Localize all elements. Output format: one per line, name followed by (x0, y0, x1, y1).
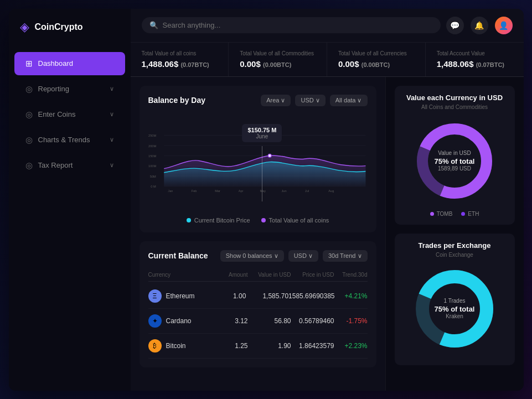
eth-value: 1,585.70 (246, 292, 288, 300)
sidebar-item-enter-coins[interactable]: ◎ Enter Coins ∨ (14, 103, 125, 126)
btc-value: 1.90 (247, 342, 291, 350)
sidebar-item-label: Charts & Trends (38, 136, 90, 144)
eth-amount: 1.00 (213, 292, 246, 300)
tax-icon: ◎ (25, 160, 33, 170)
chart-type-dropdown[interactable]: Area ∨ (261, 95, 291, 106)
table-title: Current Balance (148, 251, 208, 260)
trades-donut-wrap: 1 Trades 75% of total Kraken (402, 265, 507, 353)
eth-icon: Ξ (148, 289, 162, 303)
legend-tomb: TOMB (430, 211, 453, 217)
table-currency-btn[interactable]: USD ∨ (288, 250, 318, 262)
svg-text:50M: 50M (149, 174, 156, 178)
currency-donut-card: Value each Currency in USD All Coins and… (395, 86, 515, 225)
avatar[interactable]: 👤 (495, 17, 513, 34)
svg-text:Apr: Apr (238, 189, 243, 193)
header-actions: 💬 🔔 👤 (446, 17, 513, 34)
svg-text:0 M: 0 M (151, 185, 156, 188)
stats-bar: Total Value of all coins 1,488.06$ (0.07… (131, 43, 524, 77)
trend-btn[interactable]: 30d Trend ∨ (323, 250, 368, 262)
table-row: ₿ Bitcoin 1.25 1.90 1.86423579 +2.23% (148, 334, 368, 359)
coin-cell-btc: ₿ Bitcoin (148, 339, 215, 353)
ada-price: 0.56789460 (291, 317, 334, 325)
column-headers: Currency Amount Value in USD Price in US… (148, 268, 368, 282)
svg-text:250M: 250M (148, 134, 156, 137)
currency-donut-legend: TOMB ETH (402, 211, 507, 217)
notifications-button[interactable]: 🔔 (471, 17, 488, 34)
donut-center-trades: 1 Trades 75% of total Kraken (435, 298, 475, 319)
btc-trend: +2.23% (334, 342, 367, 350)
sidebar: ◈ CoinCrypto ⊞ Dashboard ◎ Reporting ∨ ◎… (9, 9, 131, 391)
sidebar-item-charts-trends[interactable]: ◎ Charts & Trends ∨ (14, 128, 125, 152)
main-content: 🔍 💬 🔔 👤 Total Value of all coins 1,488.0… (131, 9, 524, 391)
table-row: ✦ Cardano 3.12 56.80 0.56789460 -1.75% (148, 309, 368, 334)
sidebar-item-label: Reporting (38, 85, 69, 93)
donut-center-currency: Value in USD 75% of total 1589,89 USD (435, 150, 475, 172)
ada-amount: 3.12 (214, 317, 247, 325)
trades-donut-title: Trades per Exchange (402, 241, 507, 250)
search-bar[interactable]: 🔍 (142, 17, 441, 33)
eth-label: ETH (468, 211, 479, 217)
trades-donut-sub: Coin Exchange (402, 252, 507, 258)
ada-trend: -1.75% (334, 317, 367, 325)
stat-total-commodities: Total Value of all Commodities 0.00$ (0.… (229, 43, 327, 76)
tomb-dot (430, 212, 434, 216)
col-amount: Amount (214, 272, 247, 278)
stat-value-2: 0.00$ (0.00BTC) (338, 59, 414, 69)
coin-name-ada: Cardano (166, 317, 192, 325)
stat-value-1: 0.00$ (0.00BTC) (240, 59, 316, 69)
sidebar-item-reporting[interactable]: ◎ Reporting ∨ (14, 77, 125, 101)
sidebar-item-label: Tax Report (38, 161, 73, 169)
sidebar-item-dashboard[interactable]: ⊞ Dashboard (14, 52, 125, 75)
chat-button[interactable]: 💬 (446, 17, 464, 34)
currency-dropdown[interactable]: USD ∨ (295, 95, 325, 106)
stat-total-coins: Total Value of all coins 1,488.06$ (0.07… (131, 43, 229, 76)
coin-cell-ada: ✦ Cardano (148, 314, 215, 328)
show-zero-btn[interactable]: Show 0 balances ∨ (220, 250, 284, 262)
tooltip-line (262, 146, 262, 201)
stat-total-currencies: Total Value of all Currencies 0.00$ (0.0… (327, 43, 425, 76)
legend-dot-btc (187, 218, 191, 222)
line-chart: $150.75 M June (148, 113, 368, 213)
dashboard-icon: ⊞ (25, 59, 33, 69)
legend-btc: Current Bitcoin Price (187, 217, 250, 224)
svg-text:Jan: Jan (168, 189, 173, 193)
chevron-down-icon: ∨ (110, 136, 114, 143)
chart-tooltip: $150.75 M June (242, 124, 282, 142)
eth-trend: +4.21% (335, 292, 368, 300)
stat-value-3: 1,488.06$ (0.07BTC) (437, 59, 513, 69)
charts-icon: ◎ (25, 135, 33, 145)
chart-title: Balance by Day (148, 96, 206, 105)
btc-price: 1.86423579 (291, 342, 334, 350)
legend-eth: ETH (461, 211, 479, 217)
stat-total-account: Total Account Value 1,488.06$ (0.07BTC) (426, 43, 524, 76)
col-trend: Trend.30d (334, 272, 367, 278)
stat-label-2: Total Value of all Currencies (338, 50, 414, 56)
btc-icon: ₿ (148, 339, 162, 353)
legend-label-btc: Current Bitcoin Price (194, 217, 250, 224)
stat-label-1: Total Value of all Commodities (240, 50, 316, 56)
coin-cell-eth: Ξ Ethereum (148, 289, 214, 303)
svg-point-12 (268, 154, 271, 157)
ada-value: 56.80 (247, 317, 291, 325)
search-input[interactable] (163, 21, 433, 29)
left-column: Balance by Day Area ∨ USD ∨ All data ∨ $… (131, 77, 385, 391)
sidebar-item-label: Enter Coins (38, 110, 76, 118)
table-row: Ξ Ethereum 1.00 1,585.70 1585.69690385 +… (148, 284, 368, 309)
svg-text:Jul: Jul (304, 189, 308, 193)
col-currency: Currency (148, 272, 215, 278)
coin-name-eth: Ethereum (166, 292, 195, 300)
header: 🔍 💬 🔔 👤 (131, 9, 524, 43)
right-column: Value each Currency in USD All Coins and… (385, 77, 524, 391)
balance-chart-card: Balance by Day Area ∨ USD ∨ All data ∨ $… (140, 86, 376, 232)
logo-icon: ◈ (20, 20, 29, 34)
currency-donut-wrap: Value in USD 75% of total 1589,89 USD (402, 117, 507, 205)
svg-text:Jun: Jun (281, 189, 286, 193)
logo: ◈ CoinCrypto (9, 20, 131, 51)
legend-dot-coins (261, 218, 266, 222)
date-range-dropdown[interactable]: All data ∨ (330, 95, 368, 106)
search-icon: 🔍 (149, 21, 158, 29)
svg-text:200M: 200M (148, 144, 156, 147)
coin-name-btc: Bitcoin (166, 342, 186, 350)
chevron-down-icon: ∨ (110, 111, 114, 118)
sidebar-item-tax-report[interactable]: ◎ Tax Report ∨ (14, 154, 125, 177)
